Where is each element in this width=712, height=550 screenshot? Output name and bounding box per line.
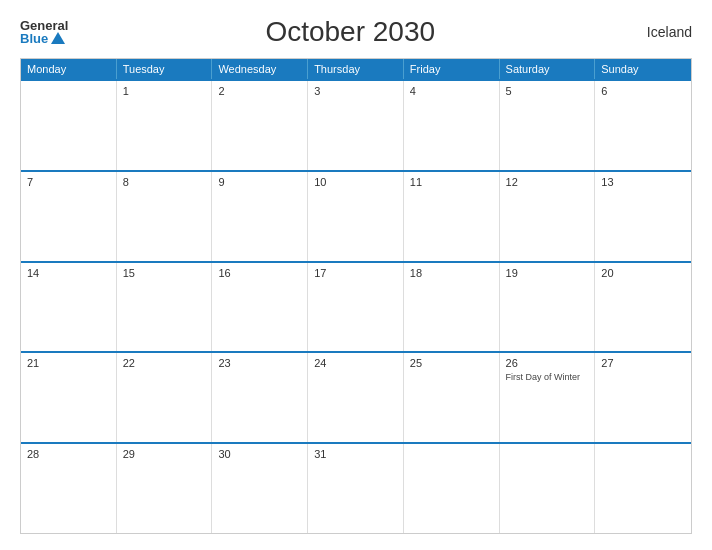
calendar-title: October 2030 <box>68 16 632 48</box>
day-number: 29 <box>123 448 206 460</box>
day-cell: 25 <box>404 353 500 442</box>
day-header-wednesday: Wednesday <box>212 59 308 79</box>
day-cell: 24 <box>308 353 404 442</box>
day-cell: 4 <box>404 81 500 170</box>
event-label: First Day of Winter <box>506 372 589 384</box>
week-row-5: 28293031 <box>21 442 691 533</box>
day-cell: 7 <box>21 172 117 261</box>
day-number: 25 <box>410 357 493 369</box>
day-number: 11 <box>410 176 493 188</box>
weeks-container: 1234567891011121314151617181920212223242… <box>21 79 691 533</box>
week-row-2: 78910111213 <box>21 170 691 261</box>
day-header-saturday: Saturday <box>500 59 596 79</box>
day-cell: 26First Day of Winter <box>500 353 596 442</box>
day-number: 21 <box>27 357 110 369</box>
day-number: 5 <box>506 85 589 97</box>
day-headers-row: MondayTuesdayWednesdayThursdayFridaySatu… <box>21 59 691 79</box>
day-cell: 12 <box>500 172 596 261</box>
day-number: 3 <box>314 85 397 97</box>
day-cell: 1 <box>117 81 213 170</box>
day-number: 17 <box>314 267 397 279</box>
day-number: 13 <box>601 176 685 188</box>
day-header-monday: Monday <box>21 59 117 79</box>
day-cell: 30 <box>212 444 308 533</box>
day-cell: 22 <box>117 353 213 442</box>
day-number: 14 <box>27 267 110 279</box>
day-cell: 17 <box>308 263 404 352</box>
calendar: MondayTuesdayWednesdayThursdayFridaySatu… <box>20 58 692 534</box>
day-number: 24 <box>314 357 397 369</box>
logo-blue-text: Blue <box>20 32 65 45</box>
logo: General Blue <box>20 19 68 45</box>
header: General Blue October 2030 Iceland <box>20 16 692 48</box>
day-number: 18 <box>410 267 493 279</box>
day-header-tuesday: Tuesday <box>117 59 213 79</box>
day-number: 20 <box>601 267 685 279</box>
day-cell: 5 <box>500 81 596 170</box>
day-header-thursday: Thursday <box>308 59 404 79</box>
day-cell: 23 <box>212 353 308 442</box>
day-cell: 21 <box>21 353 117 442</box>
day-header-sunday: Sunday <box>595 59 691 79</box>
day-number: 31 <box>314 448 397 460</box>
day-cell: 27 <box>595 353 691 442</box>
day-number: 9 <box>218 176 301 188</box>
day-cell: 11 <box>404 172 500 261</box>
day-number: 10 <box>314 176 397 188</box>
day-number: 2 <box>218 85 301 97</box>
day-cell: 29 <box>117 444 213 533</box>
day-cell: 9 <box>212 172 308 261</box>
day-cell: 19 <box>500 263 596 352</box>
day-cell: 28 <box>21 444 117 533</box>
day-number: 26 <box>506 357 589 369</box>
day-number: 30 <box>218 448 301 460</box>
day-number: 6 <box>601 85 685 97</box>
day-number: 19 <box>506 267 589 279</box>
day-number: 22 <box>123 357 206 369</box>
day-number: 15 <box>123 267 206 279</box>
day-number: 7 <box>27 176 110 188</box>
day-number: 16 <box>218 267 301 279</box>
day-cell <box>500 444 596 533</box>
day-number: 28 <box>27 448 110 460</box>
day-cell: 31 <box>308 444 404 533</box>
week-row-3: 14151617181920 <box>21 261 691 352</box>
day-cell <box>21 81 117 170</box>
day-cell: 16 <box>212 263 308 352</box>
day-cell: 15 <box>117 263 213 352</box>
day-cell <box>595 444 691 533</box>
country-label: Iceland <box>632 24 692 40</box>
day-number: 12 <box>506 176 589 188</box>
day-number: 27 <box>601 357 685 369</box>
day-cell: 14 <box>21 263 117 352</box>
week-row-1: 123456 <box>21 79 691 170</box>
day-number: 1 <box>123 85 206 97</box>
logo-triangle-icon <box>51 32 65 44</box>
week-row-4: 212223242526First Day of Winter27 <box>21 351 691 442</box>
day-header-friday: Friday <box>404 59 500 79</box>
day-cell: 20 <box>595 263 691 352</box>
day-cell <box>404 444 500 533</box>
day-number: 23 <box>218 357 301 369</box>
day-number: 4 <box>410 85 493 97</box>
day-cell: 13 <box>595 172 691 261</box>
day-number: 8 <box>123 176 206 188</box>
day-cell: 3 <box>308 81 404 170</box>
day-cell: 2 <box>212 81 308 170</box>
day-cell: 18 <box>404 263 500 352</box>
day-cell: 10 <box>308 172 404 261</box>
page: General Blue October 2030 Iceland Monday… <box>0 0 712 550</box>
day-cell: 8 <box>117 172 213 261</box>
day-cell: 6 <box>595 81 691 170</box>
